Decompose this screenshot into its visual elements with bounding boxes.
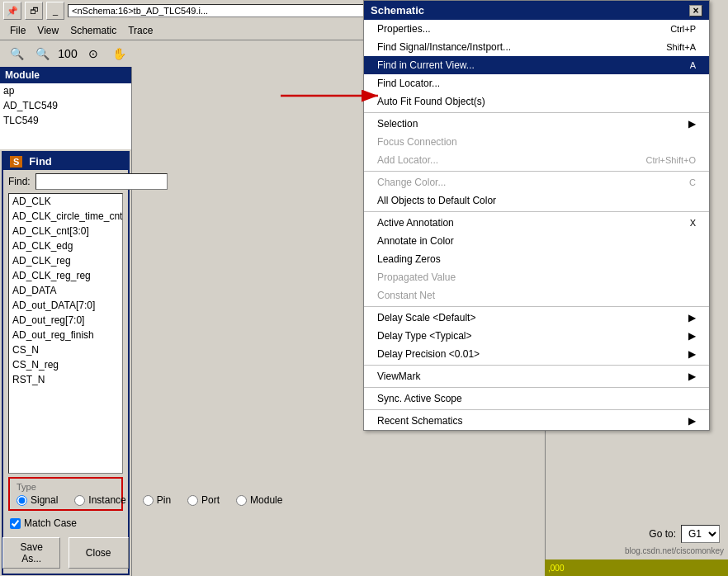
menu-change-color: Change Color... C bbox=[364, 173, 709, 191]
signal-ad-data[interactable]: AD_DATA bbox=[9, 283, 122, 298]
menu-view[interactable]: View bbox=[32, 23, 64, 38]
save-as-button[interactable]: Save As... bbox=[2, 537, 59, 569]
menu-sync-active-scope-label: Sync. Active Scope bbox=[377, 393, 462, 404]
radio-signal-input[interactable] bbox=[17, 495, 27, 506]
goto-select[interactable]: G1 bbox=[681, 525, 720, 543]
schematic-dropdown: Schematic × Properties... Ctrl+P Find Si… bbox=[363, 0, 710, 431]
menu-find-current-label: Find in Current View... bbox=[377, 59, 475, 71]
signal-cs-n-reg[interactable]: CS_N_reg bbox=[9, 357, 122, 372]
submenu-arrow-delay-precision: ▶ bbox=[688, 348, 696, 360]
minimize-btn[interactable]: _ bbox=[46, 2, 64, 20]
radio-module[interactable]: Module bbox=[236, 494, 282, 506]
menu-delay-scale[interactable]: Delay Scale <Default> ▶ bbox=[364, 309, 709, 327]
menu-find-signal-shortcut: Shift+A bbox=[666, 42, 696, 52]
submenu-arrow-delay-scale: ▶ bbox=[688, 312, 696, 323]
menu-trace[interactable]: Trace bbox=[123, 23, 158, 38]
signal-cs-n[interactable]: CS_N bbox=[9, 342, 122, 357]
radio-instance[interactable]: Instance bbox=[74, 494, 125, 506]
sep-2 bbox=[364, 171, 709, 172]
match-case-checkbox[interactable] bbox=[10, 518, 21, 529]
menu-focus-connection: Focus Connection bbox=[364, 133, 709, 151]
zoom-100-btn[interactable]: 100 bbox=[56, 43, 79, 64]
zoom-fit-btn[interactable]: ⊙ bbox=[82, 43, 105, 64]
module-ad-tlc549[interactable]: AD_TLC549 bbox=[0, 98, 131, 113]
signal-ad-clk-circle[interactable]: AD_CLK_circle_time_cnt[5:0] bbox=[9, 209, 122, 224]
zoom-in-btn[interactable]: 🔍 bbox=[5, 43, 28, 64]
menu-schematic[interactable]: Schematic bbox=[65, 23, 121, 38]
radio-port[interactable]: Port bbox=[187, 494, 220, 506]
menu-properties[interactable]: Properties... Ctrl+P bbox=[364, 20, 709, 38]
schematic-menu-close[interactable]: × bbox=[689, 5, 702, 17]
find-label: Find: bbox=[8, 176, 31, 187]
find-title: Find bbox=[29, 155, 51, 168]
radio-pin[interactable]: Pin bbox=[143, 494, 171, 506]
sep-5 bbox=[364, 365, 709, 366]
module-ap[interactable]: ap bbox=[0, 83, 131, 98]
signal-ad-clk-reg[interactable]: AD_CLK_reg bbox=[9, 253, 122, 268]
menu-auto-fit-label: Auto Fit Found Object(s) bbox=[377, 96, 485, 107]
menu-find-signal[interactable]: Find Signal/Instance/Instport... Shift+A bbox=[364, 38, 709, 56]
menu-selection-label: Selection bbox=[377, 118, 418, 130]
close-button[interactable]: Close bbox=[69, 537, 129, 569]
menu-auto-fit[interactable]: Auto Fit Found Object(s) bbox=[364, 92, 709, 111]
submenu-arrow-viewmark: ▶ bbox=[688, 371, 696, 382]
menu-file[interactable]: File bbox=[5, 23, 31, 38]
menu-constant-net: Constant Net bbox=[364, 286, 709, 305]
menu-delay-type[interactable]: Delay Type <Typical> ▶ bbox=[364, 327, 709, 345]
radio-instance-input[interactable] bbox=[74, 495, 85, 506]
menu-selection[interactable]: Selection ▶ bbox=[364, 115, 709, 133]
menu-recent-schematics[interactable]: Recent Schematics ▶ bbox=[364, 412, 709, 430]
menu-properties-shortcut: Ctrl+P bbox=[670, 24, 696, 34]
window-btn[interactable]: 🗗 bbox=[25, 2, 43, 20]
menu-viewmark[interactable]: ViewMark ▶ bbox=[364, 367, 709, 385]
signal-ad-clk[interactable]: AD_CLK bbox=[9, 194, 122, 209]
sep-7 bbox=[364, 409, 709, 410]
zoom-out-btn[interactable]: 🔍 bbox=[31, 43, 54, 64]
menu-find-current[interactable]: Find in Current View... A bbox=[364, 56, 709, 74]
radio-pin-input[interactable] bbox=[143, 495, 154, 506]
radio-module-input[interactable] bbox=[236, 495, 247, 506]
signal-ad-out-reg-finish[interactable]: AD_out_reg_finish bbox=[9, 328, 122, 342]
pin-btn[interactable]: 📌 bbox=[3, 2, 21, 20]
signal-ad-clk-cnt[interactable]: AD_CLK_cnt[3:0] bbox=[9, 224, 122, 238]
find-input[interactable] bbox=[35, 173, 168, 190]
radio-port-input[interactable] bbox=[187, 495, 198, 506]
watermark: blog.csdn.net/ciscomonkey bbox=[625, 546, 724, 555]
menu-change-color-shortcut: C bbox=[689, 177, 696, 187]
submenu-arrow-selection: ▶ bbox=[688, 118, 696, 130]
ruler-bottom: ,000 bbox=[545, 559, 728, 576]
signal-ad-clk-edg[interactable]: AD_CLK_edg bbox=[9, 238, 122, 253]
sep-4 bbox=[364, 306, 709, 307]
menu-add-locator-shortcut: Ctrl+Shift+O bbox=[645, 155, 696, 165]
type-section: Type Signal Instance Pin bbox=[8, 477, 123, 511]
menu-active-annotation[interactable]: Active Annotation X bbox=[364, 214, 709, 232]
menu-find-locator[interactable]: Find Locator... bbox=[364, 74, 709, 92]
radio-signal[interactable]: Signal bbox=[17, 494, 58, 506]
menu-propagated-value: Propagated Value bbox=[364, 268, 709, 286]
menu-find-signal-label: Find Signal/Instance/Instport... bbox=[377, 41, 511, 53]
radio-group: Signal Instance Pin Port bbox=[17, 494, 115, 506]
menu-delay-precision[interactable]: Delay Precision <0.01> ▶ bbox=[364, 345, 709, 363]
radio-port-label: Port bbox=[201, 494, 220, 506]
left-panel: Module ap AD_TLC549 TLC549 S Find Find: … bbox=[0, 67, 132, 576]
signal-rst-n[interactable]: RST_N bbox=[9, 372, 122, 387]
menu-change-color-label: Change Color... bbox=[377, 177, 446, 188]
find-header: S Find bbox=[3, 153, 128, 170]
match-case-label[interactable]: Match Case bbox=[24, 517, 77, 529]
dropdown-menu: Properties... Ctrl+P Find Signal/Instanc… bbox=[364, 20, 709, 430]
signal-ad-clk-reg-reg[interactable]: AD_CLK_reg_reg bbox=[9, 268, 122, 283]
pan-btn[interactable]: ✋ bbox=[107, 43, 130, 64]
match-case-row: Match Case bbox=[3, 514, 128, 532]
menu-annotate-color[interactable]: Annotate in Color bbox=[364, 232, 709, 250]
module-tlc549[interactable]: TLC549 bbox=[0, 113, 131, 128]
signal-ad-out-reg[interactable]: AD_out_reg[7:0] bbox=[9, 313, 122, 328]
radio-module-label: Module bbox=[250, 494, 282, 506]
menu-sync-active-scope[interactable]: Sync. Active Scope bbox=[364, 390, 709, 408]
bottom-buttons: Save As... Close bbox=[3, 532, 128, 574]
menu-default-color[interactable]: All Objects to Default Color bbox=[364, 191, 709, 210]
menu-recent-schematics-label: Recent Schematics bbox=[377, 415, 462, 427]
menu-viewmark-label: ViewMark bbox=[377, 371, 420, 382]
signal-list: AD_CLK AD_CLK_circle_time_cnt[5:0] AD_CL… bbox=[8, 193, 123, 474]
signal-ad-out-data[interactable]: AD_out_DATA[7:0] bbox=[9, 298, 122, 313]
menu-leading-zeros[interactable]: Leading Zeros bbox=[364, 250, 709, 268]
